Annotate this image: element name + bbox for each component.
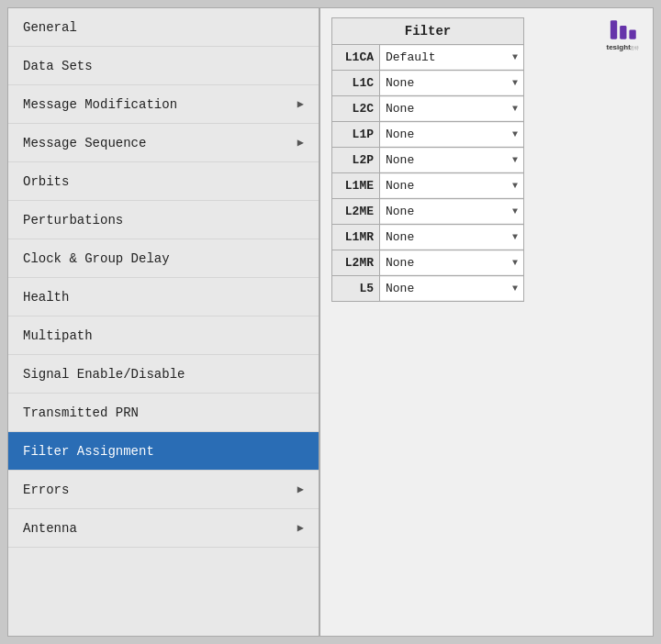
- filter-header: Filter: [331, 17, 524, 45]
- filter-row-l1ca: L1CADefaultNone: [331, 45, 524, 71]
- filter-select-wrapper: NoneDefault: [380, 123, 523, 146]
- filter-row-label: L1ME: [332, 173, 380, 198]
- filter-area: Filter L1CADefaultNoneL1CNoneDefaultL2CN…: [331, 17, 524, 302]
- filter-select-wrapper: NoneDefault: [380, 149, 523, 172]
- sidebar-item-label: Data Sets: [23, 59, 93, 73]
- sidebar-item-label: Health: [23, 290, 69, 305]
- sidebar-item-filter-assignment[interactable]: Filter Assignment: [8, 432, 319, 471]
- filter-row-l2p: L2PNoneDefault: [331, 148, 524, 173]
- sidebar-item-label: Errors: [23, 483, 69, 497]
- sidebar-item-data-sets[interactable]: Data Sets: [8, 47, 319, 85]
- filter-select-wrapper: NoneDefault: [380, 277, 523, 300]
- sidebar-item-message-modification[interactable]: Message Modification▶: [8, 85, 319, 124]
- filter-row-l2c: L2CNoneDefault: [331, 96, 524, 122]
- filter-select-wrapper: NoneDefault: [380, 200, 523, 223]
- sidebar-item-label: Transmitted PRN: [23, 405, 139, 420]
- filter-select-l1c[interactable]: NoneDefault: [380, 72, 523, 94]
- filter-row-l1me: L1MENoneDefault: [331, 173, 524, 199]
- sidebar-item-clock---group-delay[interactable]: Clock & Group Delay: [8, 239, 319, 278]
- sidebar-item-errors[interactable]: Errors▶: [8, 471, 319, 509]
- logo: tesight 博思特: [605, 16, 645, 56]
- sidebar: GeneralData SetsMessage Modification▶Mes…: [7, 7, 319, 637]
- sidebar-item-message-sequence[interactable]: Message Sequence▶: [8, 124, 319, 162]
- filter-select-wrapper: NoneDefault: [380, 72, 523, 94]
- filter-select-l5[interactable]: NoneDefault: [380, 277, 523, 300]
- filter-row-l2me: L2MENoneDefault: [331, 199, 524, 225]
- filter-row-label: L1CA: [332, 45, 380, 70]
- filter-select-wrapper: NoneDefault: [380, 97, 523, 120]
- sidebar-item-antenna[interactable]: Antenna▶: [8, 509, 319, 548]
- filter-select-l2c[interactable]: NoneDefault: [380, 97, 523, 120]
- filter-row-label: L1C: [332, 71, 380, 95]
- filter-rows: L1CADefaultNoneL1CNoneDefaultL2CNoneDefa…: [331, 45, 524, 302]
- filter-select-l1me[interactable]: NoneDefault: [380, 174, 523, 197]
- filter-select-wrapper: DefaultNone: [380, 46, 523, 69]
- filter-row-l5: L5NoneDefault: [331, 276, 524, 302]
- sidebar-item-perturbations[interactable]: Perturbations: [8, 201, 319, 239]
- filter-row-label: L2MR: [332, 250, 380, 275]
- filter-row-label: L5: [332, 276, 380, 301]
- sidebar-item-label: Multipath: [23, 328, 93, 343]
- arrow-icon: ▶: [297, 483, 304, 496]
- sidebar-item-label: Signal Enable/Disable: [23, 367, 185, 382]
- sidebar-item-label: Message Sequence: [23, 136, 146, 150]
- filter-select-wrapper: NoneDefault: [380, 226, 523, 249]
- sidebar-item-label: Antenna: [23, 521, 77, 536]
- sidebar-item-label: Filter Assignment: [23, 444, 154, 459]
- filter-row-l2mr: L2MRNoneDefault: [331, 250, 524, 276]
- svg-rect-1: [620, 26, 626, 39]
- sidebar-item-label: Orbits: [23, 174, 69, 189]
- filter-row-label: L1P: [332, 122, 380, 147]
- sidebar-item-health[interactable]: Health: [8, 278, 319, 316]
- filter-row-label: L1MR: [332, 225, 380, 250]
- filter-select-l1mr[interactable]: NoneDefault: [380, 226, 523, 249]
- arrow-icon: ▶: [297, 136, 304, 150]
- filter-row-l1c: L1CNoneDefault: [331, 71, 524, 96]
- svg-rect-2: [629, 29, 635, 39]
- sidebar-item-general[interactable]: General: [8, 8, 319, 47]
- sidebar-item-orbits[interactable]: Orbits: [8, 162, 319, 201]
- sidebar-item-multipath[interactable]: Multipath: [8, 316, 319, 355]
- sidebar-item-label: Clock & Group Delay: [23, 251, 170, 266]
- arrow-icon: ▶: [297, 97, 304, 111]
- sidebar-item-label: General: [23, 20, 77, 35]
- filter-select-l2me[interactable]: NoneDefault: [380, 200, 523, 223]
- svg-rect-0: [611, 20, 617, 39]
- sidebar-item-label: Perturbations: [23, 213, 123, 228]
- filter-row-label: L2ME: [332, 199, 380, 224]
- filter-row-label: L2C: [332, 96, 380, 121]
- sidebar-item-transmitted-prn[interactable]: Transmitted PRN: [8, 394, 319, 432]
- main-content: tesight 博思特 Filter L1CADefaultNoneL1CNon…: [319, 7, 654, 637]
- svg-text:博思特: 博思特: [625, 45, 639, 50]
- sidebar-item-label: Message Modification: [23, 97, 177, 112]
- filter-select-l2p[interactable]: NoneDefault: [380, 149, 523, 172]
- filter-row-label: L2P: [332, 148, 380, 172]
- filter-select-l2mr[interactable]: NoneDefault: [380, 251, 523, 274]
- filter-row-l1p: L1PNoneDefault: [331, 122, 524, 148]
- sidebar-item-signal-enable-disable[interactable]: Signal Enable/Disable: [8, 355, 319, 394]
- filter-row-l1mr: L1MRNoneDefault: [331, 225, 524, 250]
- filter-select-l1p[interactable]: NoneDefault: [380, 123, 523, 146]
- arrow-icon: ▶: [297, 521, 304, 535]
- filter-select-l1ca[interactable]: DefaultNone: [380, 46, 523, 69]
- filter-select-wrapper: NoneDefault: [380, 174, 523, 197]
- filter-select-wrapper: NoneDefault: [380, 251, 523, 274]
